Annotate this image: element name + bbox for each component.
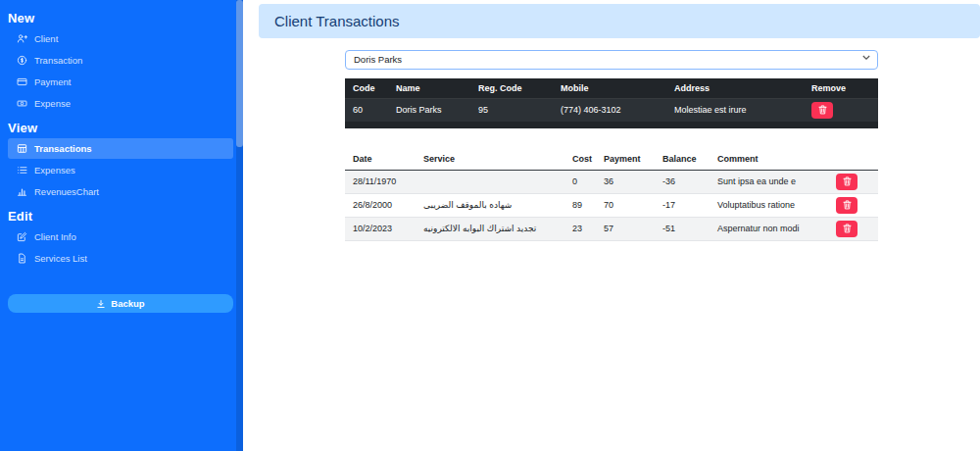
delete-transaction-button[interactable] [836, 197, 858, 214]
column-header-code: Code [345, 78, 388, 99]
app-window: New Client Transaction Payment Expense [0, 0, 980, 451]
tx-service-cell [416, 170, 564, 193]
client-summary-table-wrap: Code Name Reg. Code Mobile Address Remov… [345, 78, 878, 128]
sidebar-item-expense[interactable]: Expense [8, 93, 233, 114]
sidebar-item-label: Client Info [34, 231, 76, 242]
backup-button-label: Backup [111, 298, 144, 309]
client-remove-cell [804, 98, 878, 122]
sidebar-item-label: Expenses [34, 165, 75, 175]
table-row: 10/2/2023 تجديد اشتراك البوابه الالكترون… [345, 217, 878, 240]
tx-comment-cell: Voluptatibus ratione [710, 193, 828, 217]
client-code-cell: 60 [345, 98, 388, 122]
trash-icon [843, 176, 852, 186]
tx-date-cell: 28/11/1970 [345, 170, 416, 193]
page-title: Client Transactions [259, 4, 980, 38]
client-select-wrap: Doris Parks [345, 49, 878, 70]
sidebar-section-view-title: View [8, 121, 233, 135]
sidebar-section-edit-title: Edit [8, 209, 233, 224]
main-content: Client Transactions Doris Parks [243, 0, 980, 451]
column-header-address: Address [666, 78, 804, 99]
client-select[interactable]: Doris Parks [345, 50, 878, 70]
sidebar-item-transactions[interactable]: Transactions [8, 138, 233, 159]
column-header-cost: Cost [564, 148, 596, 171]
credit-card-icon [17, 76, 27, 87]
delete-transaction-button[interactable] [836, 221, 858, 237]
table-row: 60 Doris Parks 95 (774) 406-3102 Molesti… [345, 98, 878, 122]
tx-payment-cell: 70 [596, 193, 655, 217]
column-header-payment: Payment [596, 148, 655, 171]
tx-payment-cell: 36 [596, 170, 655, 193]
backup-button[interactable]: Backup [8, 294, 233, 313]
sidebar-item-label: Services List [34, 253, 87, 264]
tx-payment-cell: 57 [596, 217, 655, 240]
sidebar-item-services-list[interactable]: Services List [8, 248, 233, 269]
tx-remove-cell [828, 193, 878, 217]
tx-cost-cell: 89 [564, 193, 596, 217]
column-header-reg-code: Reg. Code [470, 78, 553, 99]
tx-balance-cell: -17 [655, 193, 710, 217]
client-reg-code-cell: 95 [470, 98, 553, 122]
sidebar: New Client Transaction Payment Expense [0, 0, 243, 451]
sidebar-section-new-title: New [8, 11, 233, 25]
tx-comment-cell: Sunt ipsa ea unde e [710, 170, 828, 193]
table-icon [17, 143, 27, 154]
download-icon [96, 299, 106, 309]
content-area: Doris Parks Code Name [345, 49, 878, 241]
trash-icon [843, 224, 852, 233]
tx-comment-cell: Aspernatur non modi [710, 217, 828, 240]
sidebar-item-label: Transaction [34, 55, 82, 66]
client-name-cell: Doris Parks [388, 98, 470, 122]
tx-cost-cell: 23 [564, 217, 596, 240]
tx-date-cell: 26/8/2000 [345, 193, 416, 217]
sidebar-scrollbar[interactable] [236, 0, 243, 451]
bar-chart-icon [17, 186, 27, 197]
sidebar-item-transaction[interactable]: Transaction [8, 50, 233, 71]
sidebar-item-label: Transactions [34, 143, 92, 154]
delete-transaction-button[interactable] [836, 174, 858, 190]
column-header-balance: Balance [655, 148, 710, 171]
column-header-comment: Comment [710, 148, 828, 171]
tx-service-cell: شهاده بالموقف الضريبى [416, 193, 564, 217]
person-plus-icon [17, 33, 27, 44]
client-mobile-cell: (774) 406-3102 [553, 98, 666, 122]
sidebar-item-expenses[interactable]: Expenses [8, 160, 233, 180]
file-text-icon [17, 253, 27, 264]
table-row: 28/11/1970 0 36 -36 Sunt ipsa ea unde e [345, 170, 878, 193]
pencil-square-icon [17, 231, 27, 242]
tx-remove-cell [828, 217, 878, 240]
tx-service-cell: تجديد اشتراك البوابه الالكترونيه [416, 217, 564, 240]
column-header-remove: Remove [804, 78, 878, 99]
transactions-header-row: Date Service Cost Payment Balance Commen… [345, 148, 878, 171]
column-header-date: Date [345, 148, 416, 171]
tx-balance-cell: -51 [655, 217, 710, 240]
sidebar-item-label: Client [34, 33, 58, 44]
sidebar-scrollbar-thumb[interactable] [236, 0, 243, 147]
column-header-remove-blank [828, 148, 878, 171]
tx-date-cell: 10/2/2023 [345, 217, 416, 240]
trash-icon [818, 105, 827, 115]
sidebar-item-label: Expense [34, 98, 71, 109]
list-icon [17, 165, 27, 175]
cash-icon [17, 98, 27, 109]
table-row: 26/8/2000 شهاده بالموقف الضريبى 89 70 -1… [345, 193, 878, 217]
coin-icon [17, 55, 27, 66]
tx-remove-cell [828, 170, 878, 193]
transactions-table: Date Service Cost Payment Balance Commen… [345, 148, 878, 241]
tx-balance-cell: -36 [655, 170, 710, 193]
client-summary-table: Code Name Reg. Code Mobile Address Remov… [345, 78, 878, 122]
sidebar-item-label: RevenuesChart [34, 186, 99, 197]
sidebar-item-label: Payment [34, 76, 72, 87]
sidebar-item-revenueschart[interactable]: RevenuesChart [8, 181, 233, 202]
client-address-cell: Molestiae est irure [666, 98, 804, 122]
column-header-name: Name [388, 78, 470, 99]
sidebar-item-client-info[interactable]: Client Info [8, 226, 233, 247]
column-header-mobile: Mobile [553, 78, 666, 99]
tx-cost-cell: 0 [564, 170, 596, 193]
sidebar-item-client[interactable]: Client [8, 28, 233, 49]
sidebar-item-payment[interactable]: Payment [8, 72, 233, 92]
client-summary-header-row: Code Name Reg. Code Mobile Address Remov… [345, 78, 878, 99]
trash-icon [843, 200, 852, 210]
column-header-service: Service [416, 148, 564, 171]
delete-client-button[interactable] [811, 102, 833, 119]
